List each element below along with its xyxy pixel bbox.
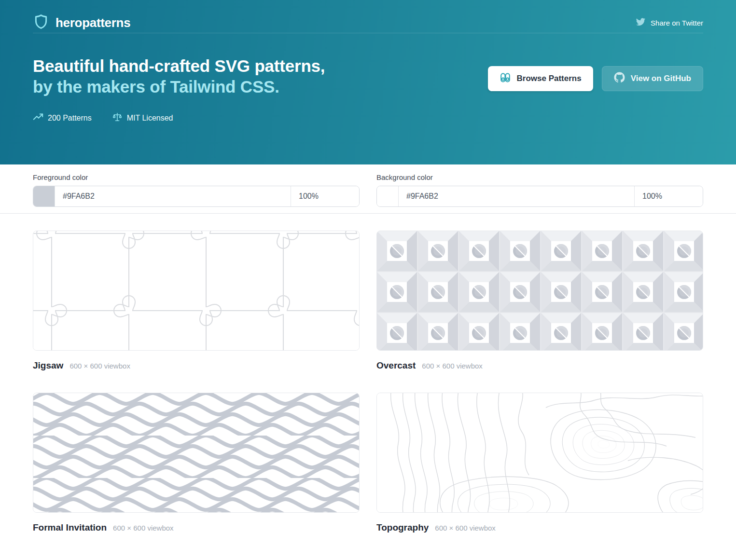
background-color-control: Background color: [376, 173, 703, 213]
foreground-color-label: Foreground color: [33, 173, 360, 181]
github-icon: [614, 72, 625, 85]
foreground-input-group: [33, 186, 360, 207]
button-label: Browse Patterns: [517, 74, 582, 83]
pattern-viewbox-meta: 600 × 600 viewbox: [435, 524, 496, 532]
share-on-twitter-link[interactable]: Share on Twitter: [636, 17, 703, 28]
pattern-grid: Jigsaw 600 × 600 viewbox: [0, 214, 736, 538]
pattern-cell-overcast: Overcast 600 × 600 viewbox: [376, 231, 703, 376]
stats-row: 200 Patterns MIT Licensed: [33, 112, 325, 124]
stat-label: 200 Patterns: [48, 114, 92, 123]
pattern-caption: Formal Invitation 600 × 600 viewbox: [33, 522, 360, 533]
pattern-name: Jigsaw: [33, 360, 63, 371]
pattern-name: Overcast: [376, 360, 416, 371]
pattern-viewbox-meta: 600 × 600 viewbox: [113, 524, 174, 532]
pattern-preview-overcast[interactable]: [376, 231, 703, 351]
pattern-caption: Topography 600 × 600 viewbox: [376, 522, 703, 533]
hero-text: Beautiful hand-crafted SVG patterns, by …: [33, 33, 325, 124]
background-hex-input[interactable]: [399, 186, 634, 206]
foreground-hex-input[interactable]: [55, 186, 291, 206]
pattern-preview-formal-invitation[interactable]: [33, 393, 360, 513]
pattern-viewbox-meta: 600 × 600 viewbox: [422, 362, 483, 370]
background-opacity-input[interactable]: [634, 186, 703, 206]
share-label: Share on Twitter: [651, 19, 703, 27]
page: heropatterns Share on Twitter Beautiful …: [0, 0, 736, 560]
pattern-preview-jigsaw[interactable]: [33, 231, 360, 351]
nav-bar: heropatterns Share on Twitter: [33, 0, 703, 33]
pattern-caption: Jigsaw 600 × 600 viewbox: [33, 360, 360, 371]
background-color-label: Background color: [376, 173, 703, 181]
pattern-cell-topography: Topography 600 × 600 viewbox: [376, 393, 703, 538]
brand-name: heropatterns: [56, 15, 130, 30]
stat-label: MIT Licensed: [127, 114, 173, 123]
background-input-group: [376, 186, 703, 207]
pattern-cell-formal-invitation: Formal Invitation 600 × 600 viewbox: [33, 393, 360, 538]
browse-patterns-button[interactable]: Browse Patterns: [488, 66, 593, 91]
foreground-color-swatch[interactable]: [33, 186, 55, 206]
headline-line1: Beautiful hand-crafted SVG patterns,: [33, 55, 325, 76]
pattern-cell-jigsaw: Jigsaw 600 × 600 viewbox: [33, 231, 360, 376]
pattern-name: Topography: [376, 522, 429, 533]
foreground-opacity-input[interactable]: [291, 186, 359, 206]
binoculars-icon: [500, 72, 511, 86]
hero: Beautiful hand-crafted SVG patterns, by …: [33, 33, 703, 124]
headline-line2: by the makers of Tailwind CSS.: [33, 76, 325, 97]
header: heropatterns Share on Twitter Beautiful …: [0, 0, 736, 164]
trending-up-icon: [33, 112, 43, 124]
foreground-color-control: Foreground color: [33, 173, 360, 213]
page-title: Beautiful hand-crafted SVG patterns, by …: [33, 55, 325, 97]
brand[interactable]: heropatterns: [33, 14, 130, 32]
pattern-caption: Overcast 600 × 600 viewbox: [376, 360, 703, 371]
pattern-preview-topography[interactable]: [376, 393, 703, 513]
pattern-viewbox-meta: 600 × 600 viewbox: [69, 362, 130, 370]
stat-pattern-count: 200 Patterns: [33, 112, 92, 124]
shield-icon: [33, 14, 49, 32]
scales-icon: [112, 112, 123, 124]
color-controls: Foreground color Background color: [0, 164, 736, 214]
view-on-github-button[interactable]: View on GitHub: [602, 66, 703, 91]
background-color-swatch[interactable]: [377, 186, 399, 206]
twitter-icon: [636, 17, 646, 28]
stat-license: MIT Licensed: [112, 112, 173, 124]
pattern-name: Formal Invitation: [33, 522, 107, 533]
hero-actions: Browse Patterns View on GitHub: [488, 33, 703, 91]
button-label: View on GitHub: [631, 74, 691, 83]
